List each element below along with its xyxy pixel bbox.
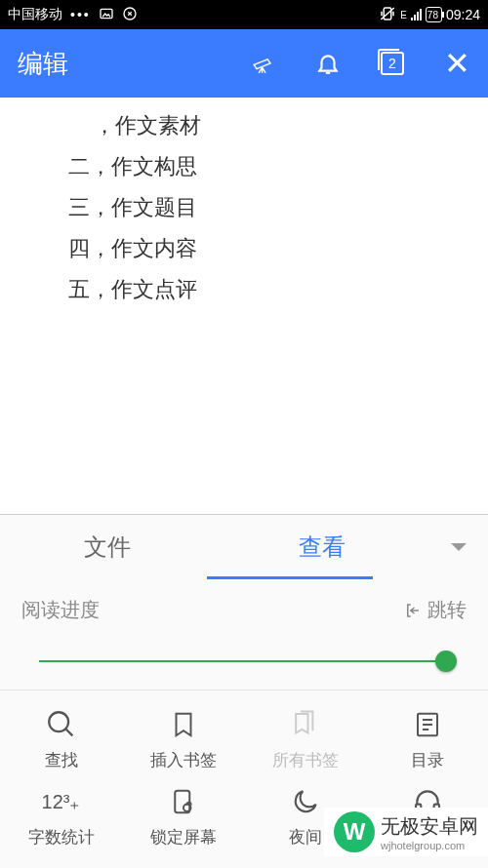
tool-find[interactable]: 查找 <box>3 706 120 771</box>
more-dots-icon: ••• <box>70 7 91 22</box>
signal-icon <box>411 9 422 20</box>
tool-all-bookmarks[interactable]: 所有书签 <box>247 706 364 771</box>
clock: 09:24 <box>446 7 480 22</box>
lock-icon <box>165 783 202 820</box>
tab-file[interactable]: 文件 <box>0 515 215 579</box>
doc-line: 四，作文内容 <box>68 228 420 269</box>
status-bar: 中国移动 ••• E 78 09:24 <box>0 0 488 29</box>
app-header: 编辑 2 ✕ <box>0 29 488 98</box>
close-icon[interactable]: ✕ <box>443 50 470 77</box>
svg-rect-0 <box>101 9 112 18</box>
doc-line: 二，作文构思 <box>68 146 420 187</box>
moon-icon <box>287 783 324 820</box>
watermark-logo: W <box>334 811 375 852</box>
progress-slider[interactable] <box>39 651 449 672</box>
carrier-label: 中国移动 <box>8 6 62 23</box>
tool-word-count[interactable]: 12³₊ 字数统计 <box>3 783 120 848</box>
word-count-icon: 12³₊ <box>43 783 80 820</box>
tool-toc[interactable]: 目录 <box>369 706 486 771</box>
header-title: 编辑 <box>18 47 250 81</box>
tab-view[interactable]: 查看 <box>215 515 429 579</box>
tabs-icon[interactable]: 2 <box>379 50 406 77</box>
jump-button[interactable]: 跳转 <box>404 597 467 623</box>
panel-tabs: 文件 查看 <box>0 515 488 579</box>
progress-label: 阅读进度 <box>21 597 100 623</box>
doc-line: 三，作文题目 <box>68 187 420 228</box>
list-icon <box>409 706 446 743</box>
watermark: W 无极安卓网 wjhotelgroup.com <box>324 808 488 856</box>
watermark-text: 无极安卓网 <box>381 813 478 840</box>
collapse-panel-icon[interactable] <box>429 541 488 553</box>
battery-icon: 78 <box>426 7 442 22</box>
document-content[interactable]: ，作文素材 二，作文构思 三，作文题目 四，作文内容 五，作文点评 <box>0 98 488 449</box>
search-icon <box>43 706 80 743</box>
network-type: E <box>400 10 407 20</box>
svg-line-3 <box>381 8 394 20</box>
jump-icon <box>404 602 422 619</box>
tool-lock-screen[interactable]: 锁定屏幕 <box>125 783 242 848</box>
telescope-icon[interactable] <box>250 50 277 77</box>
reading-progress-section: 阅读进度 跳转 <box>0 579 488 690</box>
svg-point-4 <box>49 712 68 731</box>
bookmark-icon <box>165 706 202 743</box>
bookmarks-icon <box>287 706 324 743</box>
watermark-url: wjhotelgroup.com <box>381 840 478 851</box>
vibrate-icon <box>379 5 396 25</box>
doc-line: 五，作文点评 <box>68 269 420 310</box>
slider-knob[interactable] <box>435 651 457 672</box>
tool-insert-bookmark[interactable]: 插入书签 <box>125 706 242 771</box>
doc-line: ，作文素材 <box>94 105 420 146</box>
picture-icon <box>99 6 114 24</box>
compass-icon <box>122 6 138 24</box>
bell-icon[interactable] <box>314 50 342 77</box>
